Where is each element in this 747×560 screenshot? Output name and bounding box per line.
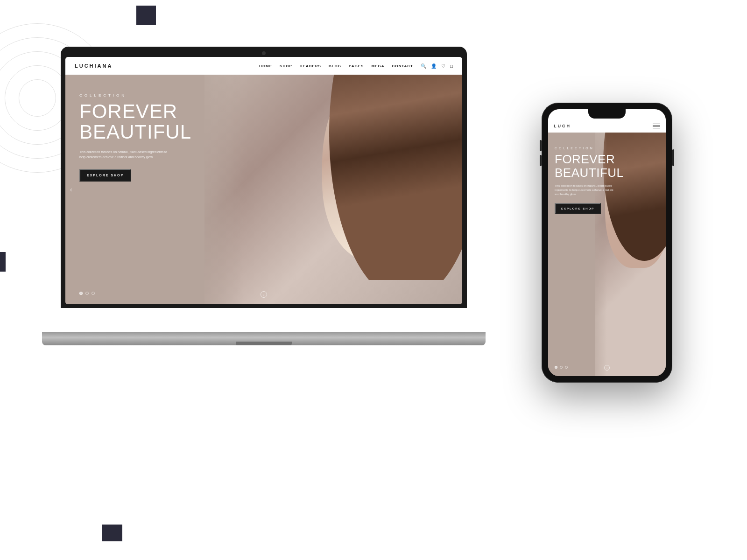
hero-prev-arrow[interactable]: ‹ xyxy=(70,186,72,193)
hero-content: COLLECTION FOREVER BEAUTIFUL This collec… xyxy=(79,93,191,182)
user-icon[interactable]: 👤 xyxy=(431,63,437,69)
hero-title: FOREVER BEAUTIFUL xyxy=(79,101,191,142)
phone-dot-1[interactable] xyxy=(555,366,557,369)
phone-vol-up-button xyxy=(540,140,542,151)
search-icon[interactable]: 🔍 xyxy=(421,63,426,69)
laptop-body: LUCHIANA HOME SHOP HEADERS BLOG PAGES ME… xyxy=(61,47,467,308)
laptop-camera xyxy=(262,51,266,55)
phone-explore-button[interactable]: EXPLORE SHOP xyxy=(555,203,601,214)
nav-shop[interactable]: SHOP xyxy=(280,64,292,68)
phone-title-line1: FOREVER xyxy=(555,153,624,166)
collection-label: COLLECTION xyxy=(79,93,191,98)
site-header: LUCHIANA HOME SHOP HEADERS BLOG PAGES ME… xyxy=(65,57,462,75)
laptop-mockup: LUCHIANA HOME SHOP HEADERS BLOG PAGES ME… xyxy=(61,47,467,345)
cart-icon[interactable]: □ xyxy=(450,63,453,69)
nav-blog[interactable]: BLOG xyxy=(329,64,341,68)
nav-pages[interactable]: PAGES xyxy=(349,64,364,68)
dot-3[interactable] xyxy=(92,292,95,295)
explore-shop-button[interactable]: EXPLORE SHOP xyxy=(79,169,131,182)
site-icons: 🔍 👤 ♡ □ xyxy=(421,63,453,69)
nav-headers[interactable]: HEADERS xyxy=(300,64,321,68)
dot-1[interactable] xyxy=(79,292,83,295)
phone-power-button xyxy=(672,149,674,166)
phone-dot-3[interactable] xyxy=(565,366,568,369)
site-nav: HOME SHOP HEADERS BLOG PAGES MEGA CONTAC… xyxy=(259,64,413,68)
menu-line-1 xyxy=(653,124,660,125)
site-logo: LUCHIANA xyxy=(75,63,113,69)
hero-title-line1: FOREVER xyxy=(79,101,191,122)
hero-dots xyxy=(79,292,95,295)
phone-hero-subtitle: This collection focuses on natural, plan… xyxy=(555,184,615,196)
laptop-base xyxy=(42,332,486,345)
main-content: LUCHIANA HOME SHOP HEADERS BLOG PAGES ME… xyxy=(0,0,747,560)
dot-2[interactable] xyxy=(85,292,89,295)
phone-notch xyxy=(588,109,626,119)
hero-title-line2: BEAUTIFUL xyxy=(79,122,191,142)
model-hair xyxy=(322,75,462,280)
phone-scroll-indicator[interactable]: ↓ xyxy=(604,365,610,371)
nav-home[interactable]: HOME xyxy=(259,64,272,68)
hamburger-menu-icon[interactable] xyxy=(653,124,660,129)
phone-dots xyxy=(555,366,568,369)
phone-screen: LUCH COLLECTION xyxy=(548,109,666,376)
phone-logo: LUCH xyxy=(554,124,571,128)
phone-hero-title: FOREVER BEAUTIFUL xyxy=(555,153,624,179)
scroll-indicator[interactable] xyxy=(261,291,267,298)
phone-title-line2: BEAUTIFUL xyxy=(555,166,624,180)
phone-hero-content: COLLECTION FOREVER BEAUTIFUL This collec… xyxy=(555,147,624,214)
wishlist-icon[interactable]: ♡ xyxy=(441,63,445,69)
phone-vol-down-button xyxy=(540,155,542,166)
menu-line-3 xyxy=(653,128,660,129)
nav-mega[interactable]: MEGA xyxy=(371,64,384,68)
nav-contact[interactable]: CONTACT xyxy=(392,64,413,68)
phone-dot-2[interactable] xyxy=(560,366,563,369)
hero-subtitle: This collection focuses on natural, plan… xyxy=(79,150,173,160)
phone-body: LUCH COLLECTION xyxy=(542,103,672,383)
phone-collection-label: COLLECTION xyxy=(555,147,624,150)
menu-line-2 xyxy=(653,126,660,126)
phone-hero: COLLECTION FOREVER BEAUTIFUL This collec… xyxy=(548,133,666,376)
phone-mockup: LUCH COLLECTION xyxy=(542,103,672,383)
hero-section: ‹ COLLECTION FOREVER BEAUTIFUL This coll… xyxy=(65,75,462,304)
laptop-screen: LUCHIANA HOME SHOP HEADERS BLOG PAGES ME… xyxy=(65,57,462,304)
